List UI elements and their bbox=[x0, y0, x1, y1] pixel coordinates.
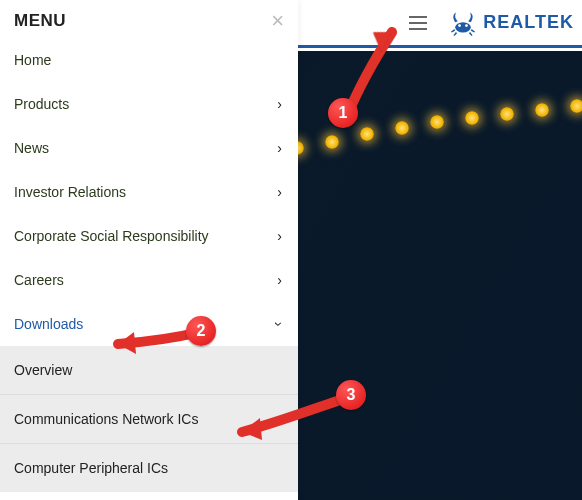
chevron-right-icon: › bbox=[277, 272, 282, 288]
submenu-item-label: Overview bbox=[14, 362, 72, 378]
sidebar-menu: MENU × Home Products › News › Investor R… bbox=[0, 0, 298, 500]
svg-point-0 bbox=[456, 22, 472, 32]
chevron-down-icon: › bbox=[272, 322, 288, 327]
sidebar-item-label: Home bbox=[14, 52, 51, 68]
sidebar-item-label: Products bbox=[14, 96, 69, 112]
svg-point-2 bbox=[465, 24, 468, 27]
hamburger-icon bbox=[409, 16, 427, 18]
annotation-badge-2: 2 bbox=[186, 316, 216, 346]
sidebar-item-label: Downloads bbox=[14, 316, 83, 332]
brand-text: REALTEK bbox=[483, 12, 574, 33]
sidebar-item-csr[interactable]: Corporate Social Responsibility › bbox=[0, 214, 298, 258]
menu-toggle-button[interactable] bbox=[409, 9, 437, 37]
submenu-item-label: Communications Network ICs bbox=[14, 411, 198, 427]
sidebar-item-careers[interactable]: Careers › bbox=[0, 258, 298, 302]
realtek-crab-icon bbox=[449, 10, 477, 36]
chevron-right-icon: › bbox=[277, 184, 282, 200]
submenu-item-label: Computer Peripheral ICs bbox=[14, 460, 168, 476]
brand-logo[interactable]: REALTEK bbox=[449, 10, 574, 36]
submenu-item-comm-network-ics[interactable]: Communications Network ICs bbox=[0, 394, 298, 443]
annotation-badge-1: 1 bbox=[328, 98, 358, 128]
menu-list: Home Products › News › Investor Relation… bbox=[0, 38, 298, 346]
app-root: REALTEK MENU × Home Products › bbox=[0, 0, 582, 500]
svg-point-1 bbox=[458, 24, 461, 27]
downloads-submenu: Overview Communications Network ICs Comp… bbox=[0, 346, 298, 492]
sidebar-item-investor-relations[interactable]: Investor Relations › bbox=[0, 170, 298, 214]
submenu-item-overview[interactable]: Overview bbox=[0, 346, 298, 394]
sidebar-item-label: Corporate Social Responsibility bbox=[14, 228, 209, 244]
string-lights bbox=[280, 91, 582, 171]
sidebar-item-home[interactable]: Home bbox=[0, 38, 298, 82]
submenu-item-computer-peripheral-ics[interactable]: Computer Peripheral ICs bbox=[0, 443, 298, 492]
chevron-right-icon: › bbox=[277, 228, 282, 244]
sidebar-item-label: Investor Relations bbox=[14, 184, 126, 200]
sidebar-item-label: News bbox=[14, 140, 49, 156]
menu-title: MENU bbox=[14, 11, 66, 31]
annotation-badge-3: 3 bbox=[336, 380, 366, 410]
menu-header: MENU × bbox=[0, 0, 298, 38]
sidebar-item-products[interactable]: Products › bbox=[0, 82, 298, 126]
sidebar-item-news[interactable]: News › bbox=[0, 126, 298, 170]
close-icon[interactable]: × bbox=[271, 10, 284, 32]
chevron-right-icon: › bbox=[277, 96, 282, 112]
sidebar-item-label: Careers bbox=[14, 272, 64, 288]
sidebar-item-downloads[interactable]: Downloads › bbox=[0, 302, 298, 346]
chevron-right-icon: › bbox=[277, 140, 282, 156]
